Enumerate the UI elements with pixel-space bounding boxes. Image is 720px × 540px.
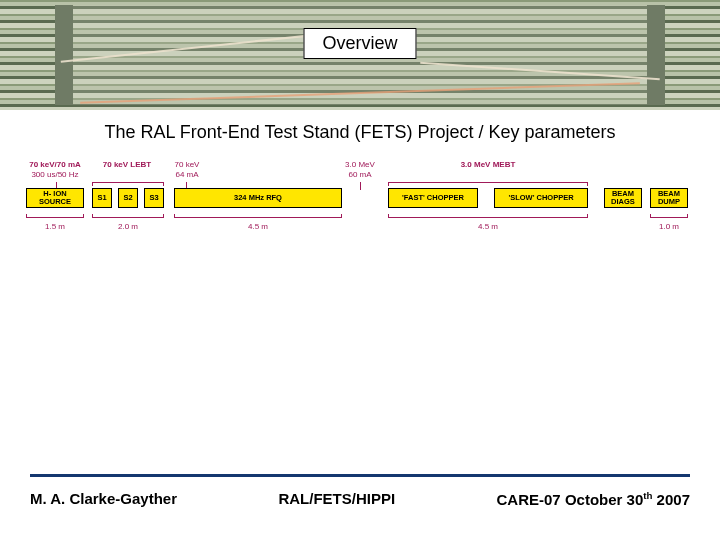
len-4: 4.5 m [388,222,588,231]
block-beam-dump: BEAMDUMP [650,188,688,208]
bracket-len-1 [26,214,84,218]
block-slow-chopper: 'SLOW' CHOPPER [494,188,588,208]
length-row: 1.5 m 2.0 m 4.5 m 4.5 m 1.0 m [26,214,694,228]
len-5: 1.0 m [650,222,688,231]
footer: M. A. Clarke-Gayther RAL/FETS/HIPPI CARE… [30,490,690,508]
banner-image: Overview [0,0,720,110]
block-s1: S1 [92,188,112,208]
seg-label-mebt: 3.0 MeV MEBT [388,160,588,169]
block-fast-chopper: 'FAST' CHOPPER [388,188,478,208]
len-3: 4.5 m [174,222,342,231]
len-2: 2.0 m [92,222,164,231]
seg-label-rfqin-2: 64 mA [168,170,206,179]
block-row: H‑ IONSOURCE S1 S2 S3 324 MHz RFQ 'FAST'… [26,188,694,208]
seg-label-rfqin-1: 70 keV [168,160,206,169]
bracket-len-2 [92,214,164,218]
decorative-wire [80,82,640,104]
block-rfq: 324 MHz RFQ [174,188,342,208]
seg-label-rfqout-1: 3.0 MeV [338,160,382,169]
footer-author: M. A. Clarke-Gayther [30,490,177,508]
bracket-len-5 [650,214,688,218]
decorative-wire [420,62,660,81]
seg-label-source-1: 70 keV/70 mA [26,160,84,169]
block-beam-diags: BEAMDIAGS [604,188,642,208]
footer-affiliation: RAL/FETS/HIPPI [278,490,395,508]
block-s2: S2 [118,188,138,208]
bracket-lebt [92,182,164,186]
page-title: Overview [322,33,397,53]
seg-label-source-2: 300 us/50 Hz [26,170,84,179]
bracket-mebt [388,182,588,186]
subtitle: The RAL Front-End Test Stand (FETS) Proj… [0,122,720,143]
block-source: H‑ IONSOURCE [26,188,84,208]
seg-label-rfqout-2: 60 mA [338,170,382,179]
block-s3: S3 [144,188,164,208]
len-1: 1.5 m [26,222,84,231]
bracket-len-3 [174,214,342,218]
page-title-box: Overview [303,28,416,59]
seg-label-lebt: 70 keV LEBT [92,160,162,169]
footer-event: CARE-07 October 30th 2007 [497,490,690,508]
bracket-len-4 [388,214,588,218]
footer-rule [30,474,690,477]
